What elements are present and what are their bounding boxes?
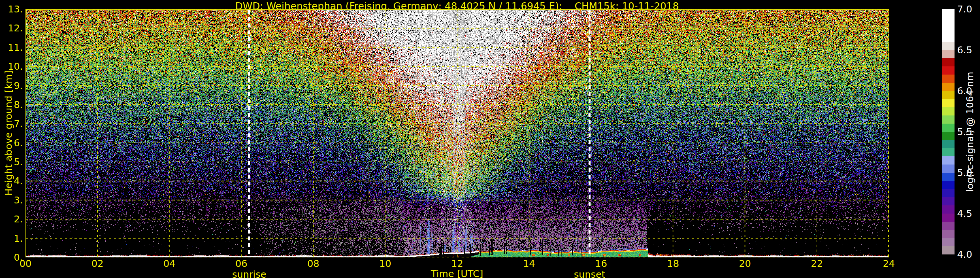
x-tick-label: 22 — [811, 258, 823, 269]
y-tick-label: 6. — [0, 137, 23, 149]
x-axis-label: Time [UTC] — [431, 268, 483, 278]
colorbar-canvas — [942, 9, 955, 254]
y-tick-label: 1. — [0, 233, 23, 244]
x-tick-label: 14 — [523, 258, 535, 269]
sunrise-label: sunrise — [232, 269, 267, 278]
colorbar-tick-label: 7.0 — [957, 3, 972, 15]
x-tick-label: 02 — [91, 258, 103, 269]
y-tick-label: 5. — [0, 157, 23, 168]
y-tick-label: 10. — [0, 61, 23, 72]
colorbar-tick-label: 6.0 — [957, 85, 972, 96]
y-tick-label: 2. — [0, 214, 23, 225]
x-tick-label: 06 — [235, 258, 247, 269]
colorbar-tick-label: 6.5 — [957, 45, 972, 56]
x-tick-label: 10 — [379, 258, 391, 269]
x-tick-label: 08 — [307, 258, 320, 269]
x-tick-label: 24 — [883, 258, 895, 269]
sunset-label: sunset — [574, 269, 605, 278]
y-tick-label: 12. — [0, 22, 23, 34]
y-tick-label: 4. — [0, 175, 23, 187]
colorbar-tick-label: 5.5 — [957, 126, 972, 137]
figure-root: DWD: Weihenstephan (Freising, Germany; 4… — [0, 0, 980, 278]
y-tick-label: 8. — [0, 99, 23, 110]
y-tick-label: 9. — [0, 80, 23, 91]
y-tick-label: 3. — [0, 195, 23, 206]
x-tick-label: 20 — [739, 258, 751, 269]
colorbar-tick-label: 4.5 — [957, 208, 972, 219]
x-tick-label: 04 — [163, 258, 175, 269]
y-tick-label: 13. — [0, 3, 23, 15]
colorbar-tick-label: 5.0 — [957, 167, 972, 178]
y-tick-label: 11. — [0, 42, 23, 53]
x-tick-label: 12 — [451, 258, 463, 269]
x-tick-label: 16 — [595, 258, 607, 269]
x-tick-label: 18 — [667, 258, 679, 269]
colorbar-tick-label: 4.0 — [957, 249, 972, 260]
heatmap-canvas — [25, 9, 889, 257]
y-tick-label: 0. — [0, 252, 23, 263]
y-tick-label: 7. — [0, 118, 23, 129]
